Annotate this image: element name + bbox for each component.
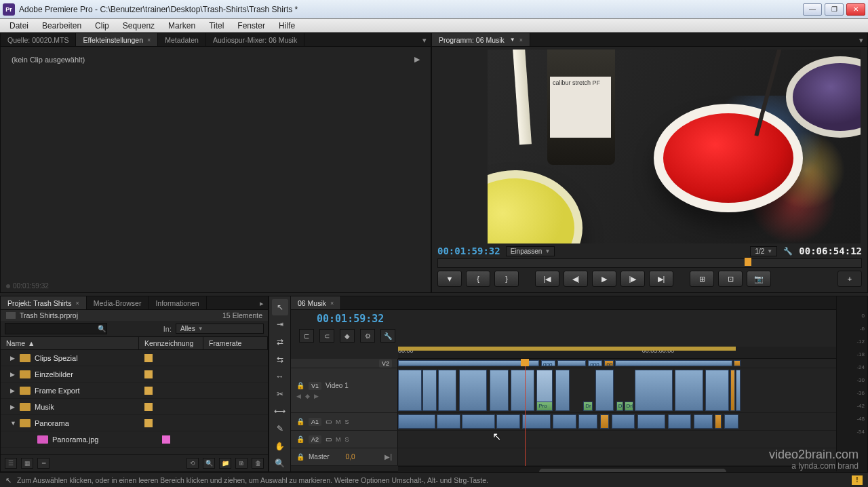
timeline-ruler[interactable]: 00:00 00:05:00:00	[398, 347, 867, 359]
menu-bearbeiten[interactable]: Bearbeiten	[35, 20, 88, 32]
maximize-button[interactable]: ❐	[825, 3, 844, 16]
col-framerate[interactable]: Framerate	[203, 337, 268, 349]
sequence-tab[interactable]: 06 Musik×	[291, 296, 341, 309]
program-ruler[interactable]	[437, 258, 862, 268]
list-view-button[interactable]: ☰	[5, 458, 17, 469]
new-item-button[interactable]: 🗎	[235, 458, 248, 469]
search-icon[interactable]: 🔍	[98, 325, 106, 332]
play-arrow-icon[interactable]: ▶	[414, 55, 420, 64]
disclosure-icon[interactable]: ▶	[10, 404, 20, 410]
in-point-button[interactable]: {	[466, 271, 490, 287]
disclosure-icon[interactable]: ▼	[10, 420, 20, 427]
lock-icon[interactable]: 🔒	[296, 453, 304, 461]
extract-button[interactable]: ⊡	[718, 271, 743, 287]
add-button[interactable]: +	[837, 271, 862, 287]
tab-effect-settings[interactable]: Effekteinstellungen×	[76, 33, 158, 46]
close-icon[interactable]: ×	[76, 300, 79, 307]
add-keyframe-icon[interactable]: ◆	[305, 393, 310, 400]
program-video-display[interactable]: calibur stretch PF	[488, 50, 861, 245]
master-value[interactable]: 0,0	[346, 453, 355, 461]
close-icon[interactable]: ×	[147, 37, 151, 43]
timeline-timecode[interactable]: 00:01:59:32	[291, 310, 867, 328]
disclosure-icon[interactable]: ▶	[10, 387, 20, 394]
delete-button[interactable]: 🗑	[252, 458, 264, 469]
search-input[interactable]	[5, 323, 107, 334]
pen-tool[interactable]: ✎	[272, 421, 288, 437]
close-icon[interactable]: ×	[519, 37, 523, 43]
panel-menu-icon[interactable]: ▾	[855, 36, 867, 44]
rate-stretch-tool[interactable]: ↔	[272, 368, 288, 385]
tab-project[interactable]: Projekt: Trash Shirts×	[1, 296, 87, 309]
menu-clip[interactable]: Clip	[88, 20, 116, 32]
marker-add-button[interactable]: ◆	[340, 329, 355, 343]
panel-menu-icon[interactable]: ▸	[256, 299, 268, 307]
chevron-down-icon[interactable]: ▼	[510, 37, 515, 43]
hand-tool[interactable]: ✋	[272, 438, 288, 454]
list-item[interactable]: ▶Clips Spezial	[1, 350, 268, 366]
step-fwd-button[interactable]: |▶	[620, 271, 645, 287]
wrench-icon[interactable]: 🔧	[380, 329, 395, 343]
lock-icon[interactable]: 🔒	[296, 382, 304, 389]
list-item[interactable]: ▶Einzelbilder	[1, 366, 268, 383]
step-back-button[interactable]: ◀|	[564, 271, 588, 287]
menu-datei[interactable]: Datei	[3, 20, 35, 32]
mute-button[interactable]: M	[336, 418, 341, 425]
toggle-icon[interactable]: ▭	[326, 435, 332, 443]
prev-keyframe-icon[interactable]: ◀	[296, 393, 301, 400]
razor-tool[interactable]: ✂	[272, 386, 288, 402]
out-point-button[interactable]: }	[494, 271, 519, 287]
lift-button[interactable]: ⊞	[690, 271, 714, 287]
track-select-tool[interactable]: ⇥	[272, 317, 288, 333]
list-item[interactable]: ▶Musik	[1, 399, 268, 415]
slip-tool[interactable]: ⟷	[272, 404, 288, 420]
close-button[interactable]: ✕	[846, 3, 865, 16]
tab-audio-mixer[interactable]: Audiospur-Mixer: 06 Musik	[206, 33, 304, 46]
tab-media-browser[interactable]: Media-Browser	[87, 296, 149, 309]
panel-menu-icon[interactable]: ▾	[418, 36, 431, 44]
list-item[interactable]: Panorama.jpg	[1, 431, 268, 448]
col-name[interactable]: Name ▲	[1, 337, 139, 349]
menu-sequenz[interactable]: Sequenz	[116, 20, 161, 32]
menu-titel[interactable]: Titel	[202, 20, 231, 32]
snap-button[interactable]: ⊏	[299, 329, 314, 343]
scale-dropdown[interactable]: 1/2▼	[750, 246, 777, 256]
track-id[interactable]: V1	[309, 382, 321, 390]
new-bin-button[interactable]: 📁	[219, 458, 231, 469]
mute-button[interactable]: M	[336, 436, 341, 443]
icon-view-button[interactable]: ▦	[21, 458, 33, 469]
timeline-playhead[interactable]	[525, 359, 526, 466]
list-item[interactable]: ▶Frame Export	[1, 383, 268, 399]
goto-in-button[interactable]: |◀	[535, 271, 559, 287]
marker-button[interactable]: ▼	[437, 271, 462, 287]
next-keyframe-icon[interactable]: ▶	[314, 393, 319, 400]
ripple-tool[interactable]: ⇄	[272, 334, 288, 350]
lock-icon[interactable]: 🔒	[296, 418, 304, 425]
disclosure-icon[interactable]: ▶	[10, 371, 20, 378]
tab-metadata[interactable]: Metadaten	[158, 33, 206, 46]
track-id[interactable]: A1	[309, 418, 321, 426]
toggle-icon[interactable]: ▭	[326, 418, 332, 425]
linked-button[interactable]: ⊂	[319, 329, 334, 343]
tab-program[interactable]: Programm: 06 Musik▼×	[432, 33, 530, 46]
tab-source[interactable]: Quelle: 00020.MTS	[1, 33, 76, 46]
track-id[interactable]: A2	[309, 435, 321, 444]
zoom-tool[interactable]: 🔍	[272, 455, 288, 471]
menu-marken[interactable]: Marken	[161, 20, 202, 32]
play-button[interactable]: ▶	[592, 271, 616, 287]
close-icon[interactable]: ×	[330, 300, 334, 307]
menu-hilfe[interactable]: Hilfe	[272, 20, 302, 32]
col-label[interactable]: Kennzeichnung	[139, 337, 203, 349]
menu-fenster[interactable]: Fenster	[231, 20, 272, 32]
warning-icon[interactable]: !	[852, 475, 863, 485]
lock-icon[interactable]: 🔒	[296, 435, 304, 443]
rolling-tool[interactable]: ⇆	[272, 351, 288, 368]
zoom-slider[interactable]: ━	[37, 458, 50, 469]
minimize-button[interactable]: —	[803, 3, 822, 16]
selection-tool[interactable]: ↖	[272, 299, 288, 315]
sort-a-button[interactable]: ⟲	[186, 458, 199, 469]
tab-info[interactable]: Informationen	[149, 296, 206, 309]
settings-icon[interactable]: 🔧	[783, 246, 793, 256]
goto-out-button[interactable]: ▶|	[649, 271, 673, 287]
goto-end-icon[interactable]: ▶|	[384, 453, 392, 461]
settings-button[interactable]: ⚙	[360, 329, 375, 343]
